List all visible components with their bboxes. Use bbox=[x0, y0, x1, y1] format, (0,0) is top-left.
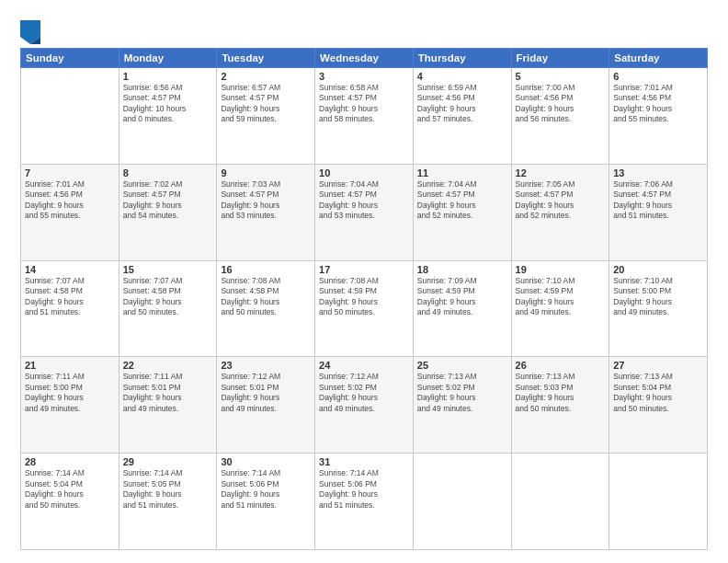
day-number: 5 bbox=[516, 71, 606, 82]
day-number: 22 bbox=[123, 360, 213, 371]
day-number: 9 bbox=[221, 167, 311, 178]
calendar-header: SundayMondayTuesdayWednesdayThursdayFrid… bbox=[21, 49, 708, 68]
day-info: Sunrise: 7:13 AMSunset: 5:02 PMDaylight:… bbox=[417, 372, 507, 414]
week-row-0: 1Sunrise: 6:56 AMSunset: 4:57 PMDaylight… bbox=[21, 68, 708, 165]
day-number: 17 bbox=[319, 264, 409, 275]
day-info: Sunrise: 7:12 AMSunset: 5:01 PMDaylight:… bbox=[221, 372, 311, 414]
day-cell: 31Sunrise: 7:14 AMSunset: 5:06 PMDayligh… bbox=[315, 454, 414, 550]
day-number: 13 bbox=[613, 167, 703, 178]
day-cell: 9Sunrise: 7:03 AMSunset: 4:57 PMDaylight… bbox=[217, 164, 315, 260]
page: SundayMondayTuesdayWednesdayThursdayFrid… bbox=[0, 0, 728, 563]
day-cell: 21Sunrise: 7:11 AMSunset: 5:00 PMDayligh… bbox=[21, 357, 119, 454]
day-number: 30 bbox=[221, 456, 311, 467]
day-cell: 23Sunrise: 7:12 AMSunset: 5:01 PMDayligh… bbox=[217, 357, 315, 454]
day-number: 1 bbox=[123, 71, 213, 82]
day-number: 14 bbox=[25, 264, 115, 275]
day-cell: 3Sunrise: 6:58 AMSunset: 4:57 PMDaylight… bbox=[315, 68, 414, 165]
day-number: 7 bbox=[25, 167, 115, 178]
day-cell: 10Sunrise: 7:04 AMSunset: 4:57 PMDayligh… bbox=[315, 164, 414, 260]
day-cell: 11Sunrise: 7:04 AMSunset: 4:57 PMDayligh… bbox=[413, 164, 511, 260]
day-info: Sunrise: 7:03 AMSunset: 4:57 PMDaylight:… bbox=[221, 179, 311, 222]
day-cell: 25Sunrise: 7:13 AMSunset: 5:02 PMDayligh… bbox=[413, 357, 511, 454]
day-cell bbox=[21, 68, 119, 165]
header-cell-friday: Friday bbox=[511, 49, 609, 68]
day-info: Sunrise: 7:11 AMSunset: 5:01 PMDaylight:… bbox=[123, 372, 213, 414]
day-info: Sunrise: 7:10 AMSunset: 4:59 PMDaylight:… bbox=[516, 276, 606, 318]
day-number: 8 bbox=[123, 167, 213, 178]
day-number: 12 bbox=[516, 167, 606, 178]
day-cell bbox=[511, 454, 609, 550]
day-cell: 12Sunrise: 7:05 AMSunset: 4:57 PMDayligh… bbox=[511, 164, 609, 260]
day-info: Sunrise: 7:07 AMSunset: 4:58 PMDaylight:… bbox=[25, 276, 115, 318]
day-number: 25 bbox=[417, 360, 507, 371]
day-cell: 5Sunrise: 7:00 AMSunset: 4:56 PMDaylight… bbox=[511, 68, 609, 165]
header-cell-wednesday: Wednesday bbox=[315, 49, 414, 68]
day-cell: 1Sunrise: 6:56 AMSunset: 4:57 PMDaylight… bbox=[119, 68, 217, 165]
day-number: 19 bbox=[516, 264, 606, 275]
day-info: Sunrise: 6:56 AMSunset: 4:57 PMDaylight:… bbox=[123, 83, 213, 125]
day-info: Sunrise: 7:07 AMSunset: 4:58 PMDaylight:… bbox=[123, 276, 213, 318]
header-row: SundayMondayTuesdayWednesdayThursdayFrid… bbox=[21, 49, 708, 68]
header-cell-monday: Monday bbox=[119, 49, 217, 68]
day-info: Sunrise: 7:12 AMSunset: 5:02 PMDaylight:… bbox=[319, 372, 409, 414]
day-info: Sunrise: 7:13 AMSunset: 5:03 PMDaylight:… bbox=[516, 372, 606, 414]
calendar-body: 1Sunrise: 6:56 AMSunset: 4:57 PMDaylight… bbox=[21, 68, 708, 550]
day-number: 11 bbox=[417, 167, 507, 178]
day-cell: 29Sunrise: 7:14 AMSunset: 5:05 PMDayligh… bbox=[119, 454, 217, 550]
day-cell: 13Sunrise: 7:06 AMSunset: 4:57 PMDayligh… bbox=[609, 164, 708, 260]
day-number: 10 bbox=[319, 167, 409, 178]
day-info: Sunrise: 7:14 AMSunset: 5:06 PMDaylight:… bbox=[319, 468, 409, 511]
day-number: 31 bbox=[319, 456, 409, 467]
day-number: 28 bbox=[25, 456, 115, 467]
week-row-4: 28Sunrise: 7:14 AMSunset: 5:04 PMDayligh… bbox=[21, 454, 708, 550]
header-cell-sunday: Sunday bbox=[21, 49, 119, 68]
logo-icon bbox=[20, 20, 40, 44]
day-info: Sunrise: 7:00 AMSunset: 4:56 PMDaylight:… bbox=[516, 83, 606, 125]
day-info: Sunrise: 7:02 AMSunset: 4:57 PMDaylight:… bbox=[123, 179, 213, 222]
day-number: 26 bbox=[516, 360, 606, 371]
day-number: 15 bbox=[123, 264, 213, 275]
day-cell: 15Sunrise: 7:07 AMSunset: 4:58 PMDayligh… bbox=[119, 260, 217, 357]
day-number: 4 bbox=[417, 71, 507, 82]
header-cell-thursday: Thursday bbox=[413, 49, 511, 68]
day-info: Sunrise: 7:06 AMSunset: 4:57 PMDaylight:… bbox=[613, 179, 703, 222]
day-info: Sunrise: 7:08 AMSunset: 4:59 PMDaylight:… bbox=[319, 276, 409, 318]
day-number: 6 bbox=[613, 71, 703, 82]
day-cell: 27Sunrise: 7:13 AMSunset: 5:04 PMDayligh… bbox=[609, 357, 708, 454]
day-cell: 30Sunrise: 7:14 AMSunset: 5:06 PMDayligh… bbox=[217, 454, 315, 550]
day-info: Sunrise: 7:05 AMSunset: 4:57 PMDaylight:… bbox=[516, 179, 606, 222]
calendar-table: SundayMondayTuesdayWednesdayThursdayFrid… bbox=[20, 48, 708, 550]
day-cell: 7Sunrise: 7:01 AMSunset: 4:56 PMDaylight… bbox=[21, 164, 119, 260]
day-number: 20 bbox=[613, 264, 703, 275]
day-cell: 2Sunrise: 6:57 AMSunset: 4:57 PMDaylight… bbox=[217, 68, 315, 165]
day-cell: 18Sunrise: 7:09 AMSunset: 4:59 PMDayligh… bbox=[413, 260, 511, 357]
day-cell: 14Sunrise: 7:07 AMSunset: 4:58 PMDayligh… bbox=[21, 260, 119, 357]
day-number: 21 bbox=[25, 360, 115, 371]
day-number: 29 bbox=[123, 456, 213, 467]
day-info: Sunrise: 7:10 AMSunset: 5:00 PMDaylight:… bbox=[613, 276, 703, 318]
day-number: 18 bbox=[417, 264, 507, 275]
header-cell-tuesday: Tuesday bbox=[217, 49, 315, 68]
header-area bbox=[20, 17, 708, 44]
day-cell: 26Sunrise: 7:13 AMSunset: 5:03 PMDayligh… bbox=[511, 357, 609, 454]
day-cell: 19Sunrise: 7:10 AMSunset: 4:59 PMDayligh… bbox=[511, 260, 609, 357]
day-info: Sunrise: 7:14 AMSunset: 5:05 PMDaylight:… bbox=[123, 468, 213, 511]
day-cell: 6Sunrise: 7:01 AMSunset: 4:56 PMDaylight… bbox=[609, 68, 708, 165]
day-cell: 17Sunrise: 7:08 AMSunset: 4:59 PMDayligh… bbox=[315, 260, 414, 357]
day-cell: 28Sunrise: 7:14 AMSunset: 5:04 PMDayligh… bbox=[21, 454, 119, 550]
day-info: Sunrise: 7:08 AMSunset: 4:58 PMDaylight:… bbox=[221, 276, 311, 318]
week-row-1: 7Sunrise: 7:01 AMSunset: 4:56 PMDaylight… bbox=[21, 164, 708, 260]
day-info: Sunrise: 7:01 AMSunset: 4:56 PMDaylight:… bbox=[613, 83, 703, 125]
day-cell: 8Sunrise: 7:02 AMSunset: 4:57 PMDaylight… bbox=[119, 164, 217, 260]
day-cell: 20Sunrise: 7:10 AMSunset: 5:00 PMDayligh… bbox=[609, 260, 708, 357]
day-info: Sunrise: 7:11 AMSunset: 5:00 PMDaylight:… bbox=[25, 372, 115, 414]
day-number: 24 bbox=[319, 360, 409, 371]
day-cell: 24Sunrise: 7:12 AMSunset: 5:02 PMDayligh… bbox=[315, 357, 414, 454]
day-info: Sunrise: 7:04 AMSunset: 4:57 PMDaylight:… bbox=[417, 179, 507, 222]
header-cell-saturday: Saturday bbox=[609, 49, 708, 68]
day-number: 23 bbox=[221, 360, 311, 371]
logo bbox=[20, 20, 42, 44]
day-info: Sunrise: 6:59 AMSunset: 4:56 PMDaylight:… bbox=[417, 83, 507, 125]
day-info: Sunrise: 7:09 AMSunset: 4:59 PMDaylight:… bbox=[417, 276, 507, 318]
day-cell: 22Sunrise: 7:11 AMSunset: 5:01 PMDayligh… bbox=[119, 357, 217, 454]
